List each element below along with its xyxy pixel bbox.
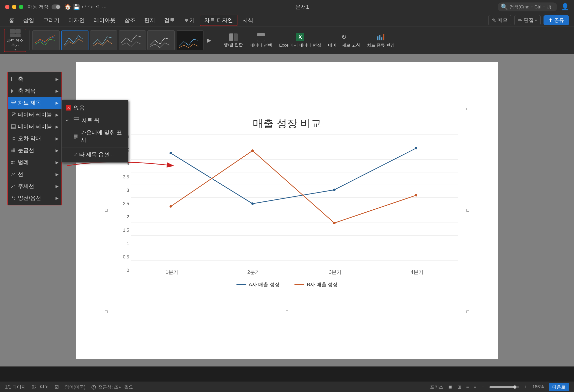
zoom-level: 186% (532, 384, 544, 390)
context-menu-item-error-bar[interactable]: 오차 막대 ▶ (8, 133, 61, 144)
submenu-item-none[interactable]: ✕ 없음 (62, 102, 128, 114)
legend-item-b: B사 매출 성장 (294, 281, 338, 288)
excel-edit-button[interactable]: X Excel에서 데이터 편집 (277, 32, 324, 49)
tab-design[interactable]: 디자인 (64, 15, 89, 26)
chart-style-1[interactable] (32, 30, 60, 50)
align-icon[interactable]: ≡ (474, 384, 477, 390)
context-menu-item-data-label[interactable]: 데이터 레이블 ▶ (8, 109, 61, 121)
minimize-button[interactable] (12, 5, 16, 9)
ribbon-right-buttons: 행/열 전환 데이터 선택 X Excel에서 데이터 편집 ↻ 데이터 새로 … (221, 32, 397, 49)
chart-style-5[interactable] (147, 30, 175, 50)
print-icon[interactable]: 🖨 (95, 4, 100, 10)
data-select-label: 데이터 선택 (250, 42, 272, 48)
tab-draw[interactable]: 그리기 (39, 15, 63, 26)
zoom-minus[interactable]: − (481, 384, 485, 390)
svg-point-24 (415, 194, 417, 196)
window-controls (5, 5, 23, 9)
close-button[interactable] (5, 5, 9, 9)
redo-icon[interactable]: ↪ (88, 4, 93, 10)
excel-edit-label: Excel에서 데이터 편집 (279, 42, 321, 48)
context-menu-item-chart-title[interactable]: 차트 제목 ▶ (8, 97, 61, 109)
chart-container[interactable]: 매출 성장 비교 0 0.5 1 1.5 2 2.5 3 3.5 4 4.5 (106, 109, 468, 312)
zoom-plus[interactable]: + (524, 384, 527, 390)
svg-rect-36 (11, 125, 15, 129)
maximize-button[interactable] (19, 5, 23, 9)
svg-rect-0 (377, 36, 378, 40)
context-menu-item-updown[interactable]: 양선/음선 ▶ (8, 192, 61, 204)
svg-point-19 (333, 189, 336, 191)
context-menu-item-legend[interactable]: 범례 ▶ (8, 156, 61, 168)
submenu-item-above[interactable]: ✓ 차트 위 (62, 114, 128, 126)
home-icon[interactable]: 🏠 (64, 4, 71, 10)
svg-rect-52 (11, 161, 13, 162)
list-icon[interactable]: ≡ (466, 384, 469, 390)
share-button[interactable]: ⬆공유 (544, 15, 569, 25)
svg-rect-57 (14, 198, 15, 199)
data-select-button[interactable]: 데이터 선택 (247, 32, 275, 49)
context-menu: 축 ▶ 축 제목 ▶ 차트 제목 ▶ 데이터 레이블 ▶ (7, 72, 62, 205)
ribbon-toolbar: 차트 요소추가 ▾ (0, 27, 574, 54)
resize-handle-bot-right[interactable] (466, 310, 469, 313)
row-col-switch-button[interactable]: 행/열 전환 (221, 32, 245, 49)
add-chart-element-button[interactable]: 차트 요소추가 ▾ (4, 29, 26, 52)
context-menu-item-gridline[interactable]: 눈금선 ▶ (8, 144, 61, 156)
chart-style-6[interactable] (176, 30, 203, 50)
title-bar: 자동 저장 🏠 💾 ↩ ↪ 🖨 ··· 문서1 🔍 검색(Cmd + Ctrl … (0, 0, 574, 14)
svg-point-35 (15, 113, 16, 114)
svg-point-34 (13, 114, 14, 115)
chart-type-change-button[interactable]: 차트 종류 변경 (365, 32, 397, 49)
save-icon[interactable]: 💾 (73, 4, 80, 10)
memo-button[interactable]: ✎메모 (488, 15, 511, 25)
svg-point-18 (251, 202, 254, 205)
resize-handle-bot-left[interactable] (105, 310, 108, 313)
context-menu-item-data-table[interactable]: 데이터 테이블 ▶ (8, 121, 61, 133)
tab-chart-design[interactable]: 차트 디자인 (200, 15, 237, 26)
tab-view[interactable]: 보기 (180, 15, 199, 26)
word-count: 0개 단어 (32, 384, 49, 390)
chart-style-2[interactable] (61, 30, 88, 50)
tab-layout[interactable]: 레이아웃 (90, 15, 119, 26)
resize-handle-bot-mid[interactable] (286, 310, 288, 313)
track-changes-icon[interactable]: ☑ (55, 384, 59, 390)
more-icon[interactable]: ··· (102, 4, 107, 10)
resize-handle-top-right[interactable] (466, 108, 469, 110)
ribbon-tabs: 홈 삽입 그리기 디자인 레이아웃 참조 편지 검토 보기 차트 디자인 서식 … (0, 14, 574, 27)
zoom-slider[interactable] (489, 386, 519, 388)
svg-point-22 (251, 149, 254, 152)
tab-home[interactable]: 홈 (5, 15, 18, 26)
focus-button[interactable]: 포커스 (430, 384, 443, 390)
tab-format[interactable]: 서식 (238, 15, 257, 26)
resize-handle-mid-left[interactable] (105, 209, 108, 212)
tab-insert[interactable]: 삽입 (19, 15, 38, 26)
columns-icon[interactable]: ⊞ (458, 384, 461, 390)
resize-handle-mid-right[interactable] (466, 209, 469, 212)
tab-review[interactable]: 검토 (160, 15, 179, 26)
undo-icon[interactable]: ↩ (82, 4, 86, 10)
svg-rect-1 (379, 35, 380, 40)
tab-references[interactable]: 참조 (120, 15, 139, 26)
submenu-item-center[interactable]: 가운데에 맞춰 표시 (62, 126, 128, 146)
document-page: 매출 성장 비교 0 0.5 1 1.5 2 2.5 3 3.5 4 4.5 (76, 62, 498, 359)
context-menu-item-axis-title[interactable]: 축 제목 ▶ (8, 85, 61, 97)
context-menu-item-axis[interactable]: 축 ▶ (8, 73, 61, 85)
chart-styles-group: ▶ (32, 30, 213, 50)
refresh-data-button[interactable]: ↻ 데이터 새로 고침 (326, 32, 362, 49)
view-icon[interactable]: ▣ (448, 384, 453, 390)
status-bar-right: 포커스 ▣ ⊞ ≡ ≡ − + 186% 다운로 (430, 383, 569, 391)
autosave-toggle[interactable] (52, 4, 60, 9)
chart-style-4[interactable] (119, 30, 146, 50)
context-menu-item-trendline[interactable]: 추세선 ▶ (8, 180, 61, 192)
more-styles-button[interactable]: ▶ (205, 36, 213, 45)
refresh-data-label: 데이터 새로 고침 (328, 42, 360, 48)
status-bar: 1/1 페이지 0개 단어 ☑ 영어(미국) 접근성: 조사 필요 포커스 ▣ … (0, 382, 574, 392)
user-icon[interactable]: 👤 (561, 3, 569, 11)
search-bar[interactable]: 🔍 검색(Cmd + Ctrl + U) (498, 2, 557, 11)
tab-mail[interactable]: 편지 (140, 15, 159, 26)
submenu-item-more-options[interactable]: 기타 제목 옵션... (62, 148, 128, 161)
download-button[interactable]: 다운로 (549, 383, 569, 391)
resize-handle-top-mid[interactable] (286, 108, 288, 110)
chart-title: 매출 성장 비교 (116, 114, 458, 132)
edit-button[interactable]: ✏편집 ▾ (514, 15, 541, 25)
context-menu-item-line[interactable]: 선 ▶ (8, 168, 61, 180)
chart-style-3[interactable] (90, 30, 117, 50)
